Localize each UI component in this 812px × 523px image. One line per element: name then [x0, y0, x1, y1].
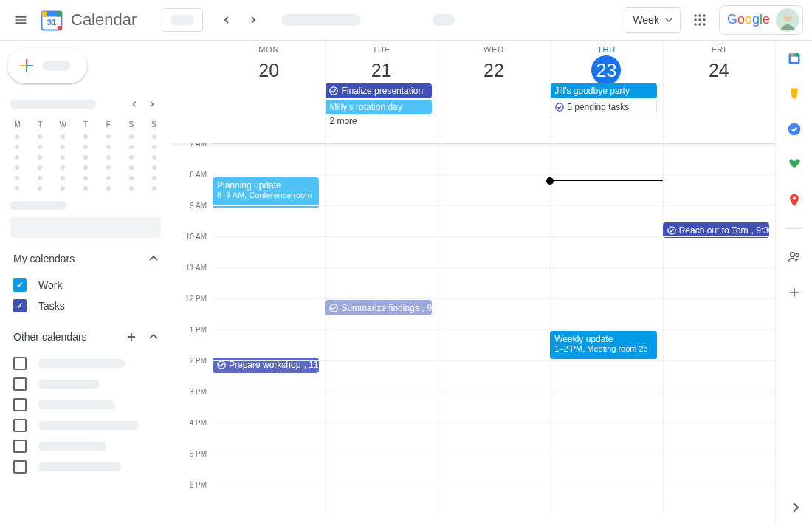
calendar-checkbox[interactable] — [13, 440, 27, 453]
mini-day[interactable] — [83, 145, 88, 149]
mini-day[interactable] — [61, 145, 65, 149]
calendar-item[interactable] — [13, 415, 161, 436]
mini-day[interactable] — [152, 134, 156, 139]
calendar-checkbox[interactable] — [13, 299, 27, 312]
mini-day[interactable] — [152, 145, 156, 149]
account-switcher[interactable]: Google — [719, 5, 803, 35]
calendar-item[interactable]: Tasks — [13, 295, 161, 316]
apps-button[interactable] — [685, 5, 715, 35]
add-calendar-button[interactable] — [124, 329, 139, 344]
mini-day[interactable] — [38, 145, 42, 149]
mini-day[interactable] — [38, 155, 42, 160]
day-header[interactable]: THU23 — [550, 41, 662, 83]
mini-day[interactable] — [83, 176, 88, 180]
allday-column[interactable]: Finalize presentationMilly's rotation da… — [325, 83, 437, 101]
allday-column[interactable]: Jill's goodbye party5 pending tasks — [550, 83, 662, 101]
allday-event[interactable]: Finalize presentation — [325, 83, 431, 98]
mini-calendar-grid[interactable]: MTWTFSS — [10, 120, 161, 191]
day-column[interactable]: Reach out to Tom, 9:30 A — [663, 143, 775, 523]
day-header[interactable]: FRI24 — [663, 41, 775, 83]
calendar-checkbox[interactable] — [13, 377, 27, 391]
mini-day[interactable] — [129, 165, 134, 170]
allday-column[interactable] — [438, 83, 550, 101]
side-calendar-icon[interactable] — [787, 51, 802, 66]
mini-day[interactable] — [106, 134, 111, 139]
mini-day[interactable] — [38, 186, 42, 191]
mini-day[interactable] — [83, 186, 88, 191]
day-column[interactable]: Planning update8–9 AM, Conference roomPr… — [213, 143, 325, 523]
mini-day[interactable] — [15, 134, 19, 139]
event-grid[interactable]: Planning update8–9 AM, Conference roomPr… — [213, 143, 775, 523]
mini-day[interactable] — [61, 176, 65, 180]
calendar-checkbox[interactable] — [13, 357, 27, 370]
mini-day[interactable] — [106, 176, 111, 180]
mini-day[interactable] — [61, 186, 65, 191]
mini-day[interactable] — [129, 176, 134, 180]
calendar-item[interactable] — [13, 457, 161, 477]
allday-event[interactable]: Milly's rotation day — [325, 100, 431, 114]
mini-day[interactable] — [129, 134, 134, 139]
allday-event[interactable]: Jill's goodbye party — [550, 83, 656, 98]
mini-day[interactable] — [129, 155, 134, 160]
mini-day[interactable] — [83, 165, 88, 170]
app-logo[interactable]: 31 Calendar — [38, 7, 137, 33]
side-addons-button[interactable] — [787, 285, 802, 300]
mini-day[interactable] — [15, 165, 19, 170]
calendar-event[interactable]: Planning update8–9 AM, Conference room — [213, 177, 319, 208]
mini-day[interactable] — [38, 176, 42, 180]
mini-day[interactable] — [152, 155, 156, 160]
day-number[interactable]: 20 — [254, 55, 283, 85]
calendar-checkbox[interactable] — [13, 460, 27, 474]
allday-column[interactable] — [213, 83, 325, 101]
side-maps-icon[interactable] — [787, 193, 802, 208]
allday-more[interactable]: 2 more — [325, 116, 431, 126]
mini-day[interactable] — [152, 176, 156, 180]
mini-day[interactable] — [61, 155, 65, 160]
day-header[interactable]: MON20 — [213, 41, 325, 83]
view-switcher[interactable]: Week — [625, 7, 681, 33]
mini-day[interactable] — [152, 165, 156, 170]
mini-prev-button[interactable] — [125, 95, 143, 113]
day-column[interactable] — [438, 143, 550, 523]
mini-next-button[interactable] — [143, 95, 161, 113]
mini-day[interactable] — [152, 186, 156, 191]
mini-day[interactable] — [106, 155, 111, 160]
prev-week-button[interactable] — [215, 8, 238, 32]
day-column[interactable]: Summarize findings, 9:30 — [325, 143, 437, 523]
mini-day[interactable] — [83, 134, 88, 139]
day-number[interactable]: 23 — [591, 55, 621, 85]
today-button[interactable] — [162, 8, 203, 32]
create-button[interactable] — [7, 48, 87, 83]
calendar-event[interactable]: Summarize findings, 9:30 — [325, 300, 431, 315]
mini-day[interactable] — [83, 155, 88, 160]
mini-day[interactable] — [61, 165, 65, 170]
mini-day[interactable] — [15, 186, 19, 191]
calendar-event[interactable]: Weekly update1–2 PM, Meeting room 2c — [550, 331, 656, 359]
day-number[interactable]: 21 — [367, 55, 396, 85]
menu-button[interactable] — [6, 5, 35, 35]
collapse-button[interactable] — [146, 329, 161, 344]
day-column[interactable]: Weekly update1–2 PM, Meeting room 2c — [550, 143, 662, 523]
side-collapse-button[interactable] — [791, 502, 801, 513]
calendar-item[interactable] — [13, 436, 161, 457]
mini-day[interactable] — [15, 155, 19, 160]
mini-day[interactable] — [38, 134, 42, 139]
side-keep-icon[interactable] — [787, 86, 802, 101]
mini-day[interactable] — [38, 165, 42, 170]
search-people-input[interactable] — [10, 217, 161, 238]
mini-day[interactable] — [106, 165, 111, 170]
day-header[interactable]: TUE21 — [325, 41, 437, 83]
allday-column[interactable] — [663, 83, 775, 101]
side-tasks-icon[interactable] — [787, 122, 802, 137]
day-header[interactable]: WED22 — [438, 41, 550, 83]
calendar-event[interactable]: Prepare workshop, 11 A — [213, 358, 319, 373]
mini-day[interactable] — [106, 186, 111, 191]
calendar-item[interactable] — [13, 353, 161, 374]
calendar-event[interactable]: Reach out to Tom, 9:30 A — [663, 222, 769, 238]
allday-event[interactable]: 5 pending tasks — [550, 100, 656, 114]
collapse-button[interactable] — [146, 251, 161, 266]
day-number[interactable]: 22 — [479, 55, 509, 85]
calendar-checkbox[interactable] — [13, 398, 27, 411]
next-week-button[interactable] — [241, 8, 265, 32]
calendar-item[interactable] — [13, 374, 161, 394]
